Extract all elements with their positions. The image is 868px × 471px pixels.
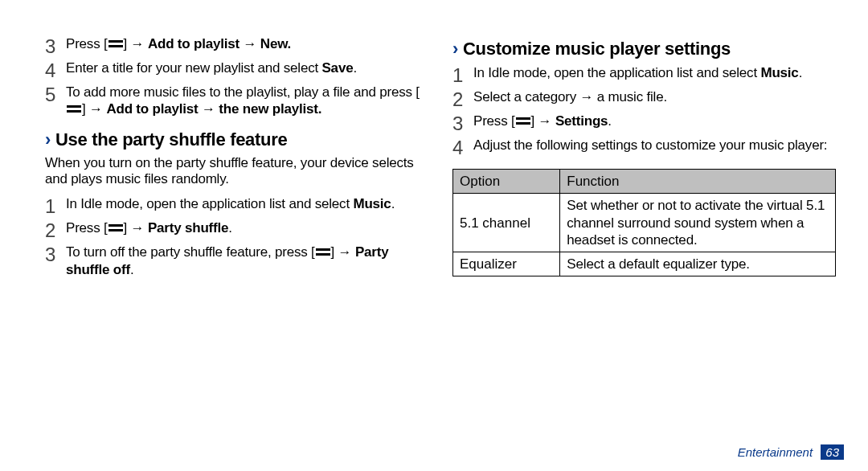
text-fragment: . (353, 60, 357, 76)
step: 3 Press [] → Add to playlist → New. (45, 35, 425, 56)
heading-text: Customize music player settings (463, 39, 731, 59)
step: 5 To add more music files to the playlis… (45, 84, 425, 118)
text-fragment: Enter a title for your new playlist and … (66, 60, 321, 76)
left-column: 3 Press [] → Add to playlist → New. 4 En… (45, 32, 444, 455)
step-number: 3 (45, 244, 66, 264)
table-row: Equalizer Select a default equalizer typ… (453, 252, 836, 276)
party-shuffle-steps: 1 In Idle mode, open the application lis… (45, 195, 425, 278)
playlist-steps: 3 Press [] → Add to playlist → New. 4 En… (45, 35, 425, 118)
text-fragment: . (608, 113, 612, 129)
menu-icon (108, 223, 123, 233)
menu-icon (67, 104, 81, 114)
step-text: Press [] → Settings. (473, 113, 836, 129)
menu-icon (316, 248, 330, 257)
text-fragment: Settings (555, 113, 608, 129)
text-fragment: ] → (531, 113, 555, 129)
step-number: 3 (452, 113, 473, 133)
text-fragment: Press [ (66, 36, 108, 51)
text-fragment: ] → (331, 244, 355, 260)
step-number: 1 (452, 64, 473, 85)
text-fragment: . (228, 220, 232, 236)
text-fragment: ] → (82, 101, 106, 117)
step-number: 2 (452, 88, 473, 109)
text-fragment: Save (321, 60, 353, 76)
manual-page: 3 Press [] → Add to playlist → New. 4 En… (0, 0, 868, 471)
step: 2 Press [] → Party shuffle. (45, 219, 425, 240)
cell-function: Set whether or not to activate the virtu… (560, 194, 836, 252)
step: 1 In Idle mode, open the application lis… (45, 195, 425, 216)
text-fragment: Party shuffle (148, 220, 228, 236)
step: 3 To turn off the party shuffle feature,… (45, 244, 425, 278)
step-number: 4 (45, 59, 66, 80)
page-number: 63 (821, 444, 844, 460)
step-number: 5 (45, 84, 66, 104)
page-footer: Entertainment 63 (738, 444, 844, 460)
header-function: Function (560, 170, 836, 194)
step-text: In Idle mode, open the application list … (473, 64, 836, 81)
cell-option: 5.1 channel (453, 194, 560, 252)
text-fragment: Add to playlist → the new playlist. (106, 101, 321, 117)
right-column: › Customize music player settings 1 In I… (444, 32, 844, 455)
step-text: In Idle mode, open the application list … (66, 195, 425, 212)
text-fragment: . (799, 65, 803, 80)
step-text: Select a category → a music file. (473, 88, 836, 105)
text-fragment: Press [ (473, 113, 515, 129)
step: 4 Adjust the following settings to custo… (452, 137, 836, 158)
step-text: Adjust the following settings to customi… (473, 137, 836, 154)
customize-steps: 1 In Idle mode, open the application lis… (452, 64, 836, 158)
step: 4 Enter a title for your new playlist an… (45, 59, 425, 80)
text-fragment: Music (760, 65, 798, 80)
text-fragment: To turn off the party shuffle feature, p… (66, 244, 315, 260)
text-fragment: . (130, 262, 134, 277)
step-number: 2 (45, 219, 66, 240)
menu-icon (108, 39, 123, 49)
text-fragment: ] → (124, 36, 148, 51)
text-fragment: Music (353, 196, 391, 211)
text-fragment: To add more music files to the playlist,… (66, 84, 420, 100)
step-text: To turn off the party shuffle feature, p… (66, 244, 425, 278)
text-fragment: In Idle mode, open the application list … (66, 196, 353, 211)
step-text: To add more music files to the playlist,… (66, 84, 425, 118)
cell-function: Select a default equalizer type. (560, 252, 836, 276)
step-text: Press [] → Party shuffle. (66, 219, 425, 236)
step-number: 1 (45, 195, 66, 216)
text-fragment: . (391, 196, 395, 211)
table-header-row: Option Function (453, 170, 836, 194)
customize-heading: › Customize music player settings (452, 39, 836, 59)
step-text: Enter a title for your new playlist and … (66, 59, 425, 76)
text-fragment: In Idle mode, open the application list … (473, 65, 760, 80)
step: 1 In Idle mode, open the application lis… (452, 64, 836, 85)
header-option: Option (453, 170, 560, 194)
chevron-icon: › (452, 39, 458, 59)
heading-text: Use the party shuffle feature (55, 129, 287, 150)
text-fragment: Add to playlist → New. (148, 36, 291, 51)
table-row: 5.1 channel Set whether or not to activa… (453, 194, 836, 252)
cell-option: Equalizer (453, 252, 560, 276)
step: 2 Select a category → a music file. (452, 88, 836, 109)
chevron-icon: › (45, 129, 51, 150)
step: 3 Press [] → Settings. (452, 113, 836, 133)
settings-table: Option Function 5.1 channel Set whether … (452, 169, 836, 276)
text-fragment: Press [ (66, 220, 108, 236)
footer-section: Entertainment (738, 445, 813, 459)
step-number: 4 (452, 137, 473, 158)
text-fragment: ] → (124, 220, 148, 236)
menu-icon (516, 117, 530, 126)
party-shuffle-heading: › Use the party shuffle feature (45, 129, 425, 150)
party-shuffle-intro: When you turn on the party shuffle featu… (45, 155, 425, 188)
step-text: Press [] → Add to playlist → New. (66, 35, 425, 52)
step-number: 3 (45, 35, 66, 56)
